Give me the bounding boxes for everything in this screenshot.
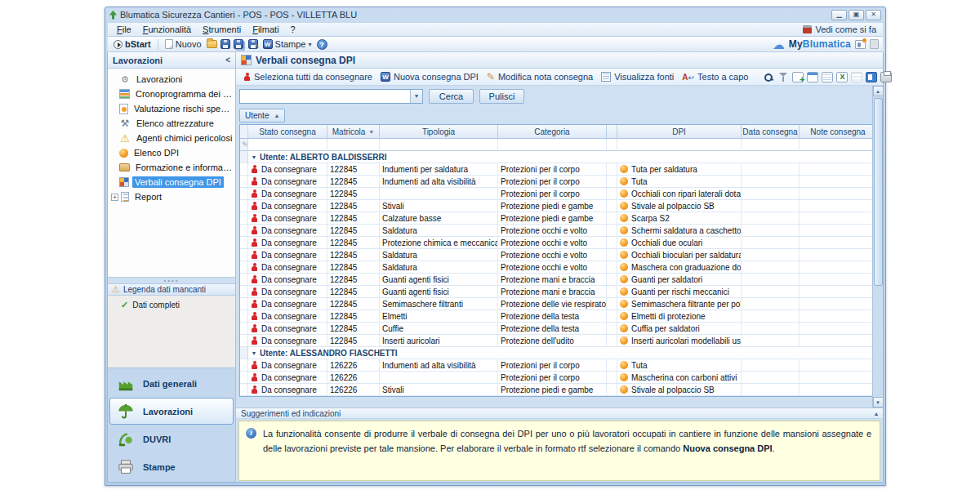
minimize-button[interactable]: ▁: [831, 10, 847, 20]
menu-item-file[interactable]: File: [111, 24, 137, 35]
cerca-button[interactable]: Cerca: [429, 89, 474, 104]
menu-item-funzionalit[interactable]: Funzionalità: [137, 24, 197, 35]
filter-cell[interactable]: [607, 139, 617, 151]
header-cell-tipologia[interactable]: Tipologia: [380, 125, 498, 139]
nav-button-duvri[interactable]: DUVRI: [109, 425, 234, 452]
vedi-come-si-fa-link[interactable]: Vedi come si fa: [803, 24, 880, 34]
stampe-button[interactable]: W Stampe ▾: [261, 39, 314, 49]
sidebar-item-formazione-e-informazione[interactable]: Formazione e informazione: [111, 160, 235, 175]
command-modifica-nota-consegna[interactable]: ✎Modifica nota consegna: [483, 72, 596, 82]
sidebar-item-elenco-dpi[interactable]: Elenco DPI: [111, 145, 235, 160]
collapse-group-icon[interactable]: ▾: [248, 347, 260, 359]
save-as-icon[interactable]: ✎: [248, 39, 258, 49]
open-folder-icon[interactable]: [207, 40, 217, 48]
sidebar-item-elenco-attrezzature[interactable]: Elenco attrezzature: [111, 116, 235, 131]
expand-icon[interactable]: +: [111, 194, 118, 201]
matricola-filter-icon[interactable]: ▼: [368, 129, 374, 135]
search-combobox[interactable]: ▼: [239, 89, 423, 104]
header-cell-stato-consegna[interactable]: Stato consegna: [248, 125, 327, 139]
scroll-thumb[interactable]: [874, 98, 883, 286]
table-row[interactable]: Da consegnare122845CuffieProtezione dell…: [240, 323, 877, 335]
filter-cell[interactable]: [380, 139, 498, 151]
help-icon[interactable]: ?: [317, 39, 327, 50]
nav-button-lavorazioni[interactable]: Lavorazioni: [109, 398, 234, 425]
export-icon[interactable]: X: [836, 72, 848, 82]
new-view-icon[interactable]: [792, 72, 804, 82]
close-button[interactable]: ✕: [866, 10, 881, 20]
nuovo-button[interactable]: Nuovo: [163, 39, 203, 49]
group-row-utente-alessandro-fiaschetti[interactable]: ▾Utente: ALESSANDRO FIASCHETTI: [240, 347, 877, 359]
vertical-scrollbar[interactable]: ▲ ▼: [872, 86, 883, 408]
header-cell-data-consegna[interactable]: Data consegna: [742, 125, 800, 139]
header-cell-note-consegna[interactable]: Note consegna: [800, 125, 877, 139]
table-row[interactable]: Da consegnare126226Indumenti ad alta vis…: [240, 359, 877, 372]
filter-cell[interactable]: [498, 139, 607, 151]
command-testo-a-capo[interactable]: ATesto a capo: [679, 72, 751, 82]
search-input[interactable]: [240, 90, 410, 103]
table-row[interactable]: Da consegnare122845Indumenti ad alta vis…: [240, 176, 877, 188]
menu-item-item[interactable]: ?: [285, 24, 301, 35]
table-row[interactable]: Da consegnare122845StivaliProtezione pie…: [240, 200, 877, 212]
menu-item-filmati[interactable]: Filmati: [247, 24, 284, 35]
menu-item-strumenti[interactable]: Strumenti: [197, 24, 247, 35]
pulisci-button[interactable]: Pulisci: [479, 89, 524, 104]
table-row[interactable]: Da consegnare126226StivaliProtezione pie…: [240, 384, 877, 396]
nav-button-stampe[interactable]: Stampe: [109, 453, 234, 480]
table-row[interactable]: Da consegnare122845Calzature basseProtez…: [240, 212, 877, 225]
sidebar-item-lavorazioni[interactable]: Lavorazioni: [111, 72, 235, 87]
bstart-button[interactable]: bStart: [112, 39, 153, 49]
filter-cell[interactable]: [248, 139, 327, 151]
collapse-sidebar-button[interactable]: <: [225, 56, 230, 65]
panel-icon[interactable]: [866, 72, 877, 82]
header-cell-dpi[interactable]: DPI: [617, 125, 742, 139]
find-icon[interactable]: [763, 72, 774, 82]
title-bar[interactable]: Blumatica Sicurezza Cantieri - POS - POS…: [107, 7, 884, 22]
filter-cell[interactable]: [800, 139, 877, 151]
preview-icon[interactable]: [822, 72, 833, 82]
table-row[interactable]: Da consegnare122845Indumenti per saldatu…: [240, 163, 877, 176]
maximize-button[interactable]: ▣: [849, 10, 864, 20]
print-icon[interactable]: [880, 72, 892, 82]
table-row[interactable]: Da consegnare122845Protezione chimica e …: [240, 237, 877, 249]
collapse-suggestions-icon[interactable]: ▴: [875, 410, 878, 417]
myblumatica-logo[interactable]: MyBlumatica: [789, 38, 851, 50]
table-row[interactable]: Da consegnare126226Protezioni per il cor…: [240, 372, 877, 384]
collapse-group-icon[interactable]: ▾: [248, 151, 260, 163]
header-cell-categoria[interactable]: Categoria: [498, 125, 607, 139]
header-cell-matricola[interactable]: Matricola▼: [327, 125, 380, 139]
table-row[interactable]: Da consegnare122845SaldaturaProtezione o…: [240, 225, 877, 237]
sidebar-item-agenti-chimici-pericolosi[interactable]: Agenti chimici pericolosi: [111, 131, 235, 145]
filter-cell[interactable]: [617, 139, 742, 151]
save-all-icon[interactable]: [234, 39, 243, 49]
command-nuova-consegna-dpi[interactable]: WNuova consegna DPI: [377, 72, 482, 82]
command-seleziona-tutti-da-consegnare[interactable]: Seleziona tutti da consegnare: [240, 72, 376, 82]
splitter-handle[interactable]: ••••: [108, 278, 235, 283]
notes-icon[interactable]: [870, 39, 879, 49]
grid-lines-icon[interactable]: [851, 72, 862, 82]
save-icon[interactable]: [220, 39, 230, 49]
sidebar-item-report[interactable]: +Report: [111, 189, 235, 204]
scroll-down-button[interactable]: ▼: [873, 397, 884, 408]
contact-card-icon[interactable]: [855, 40, 866, 49]
table-row[interactable]: Da consegnare122845Guanti agenti fisiciP…: [240, 274, 877, 286]
table-row[interactable]: Da consegnare122845SaldaturaProtezione o…: [240, 249, 877, 261]
combo-dropdown-button[interactable]: ▼: [410, 90, 422, 103]
scroll-up-button[interactable]: ▲: [873, 86, 884, 96]
filter-cell[interactable]: [742, 139, 800, 151]
table-row[interactable]: Da consegnare122845Inserti auricolariPro…: [240, 335, 877, 347]
command-visualizza-fonti[interactable]: Visualizza fonti: [598, 72, 677, 82]
sidebar-item-valutazione-rischi-specifici[interactable]: Valutazione rischi specifici: [111, 101, 235, 116]
nav-button-dati-generali[interactable]: Dati generali: [109, 370, 234, 397]
group-by-chip-utente[interactable]: Utente ▲: [239, 109, 285, 122]
table-row[interactable]: Da consegnare122845Guanti agenti fisiciP…: [240, 286, 877, 298]
table-row[interactable]: Da consegnare122845Protezioni per il cor…: [240, 188, 877, 200]
table-row[interactable]: Da consegnare122845ElmettiProtezione del…: [240, 310, 877, 323]
filter-icon[interactable]: [777, 72, 789, 82]
sidebar-item-cronoprogramma-dei-lavori-gantt[interactable]: Cronoprogramma dei lavori (Gantt): [111, 87, 235, 101]
suggestions-header[interactable]: Suggerimenti ed indicazioni ▴: [236, 408, 883, 419]
sidebar-item-verbali-consegna-dpi[interactable]: Verbali consegna DPI: [111, 175, 235, 189]
table-row[interactable]: Da consegnare122845Semimaschere filtrant…: [240, 298, 877, 310]
filter-cell[interactable]: [327, 139, 380, 151]
card-view-icon[interactable]: [807, 72, 818, 82]
table-row[interactable]: Da consegnare122845SaldaturaProtezione o…: [240, 261, 877, 274]
